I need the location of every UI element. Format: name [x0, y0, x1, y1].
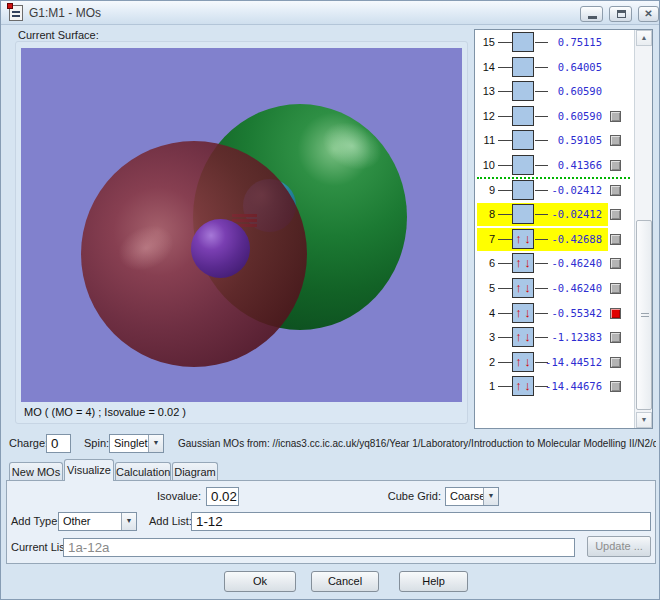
icon-line: [12, 11, 20, 13]
isovalue-input[interactable]: [206, 487, 239, 506]
spin-down-arrow: ↓: [523, 353, 532, 371]
mo-orbital-box[interactable]: ↑↓: [512, 352, 534, 372]
mo-orbital-box[interactable]: [512, 32, 534, 52]
mo-row-8[interactable]: 8-0.02412: [477, 203, 631, 226]
add-list-input[interactable]: [191, 512, 651, 531]
dropdown-arrow-button[interactable]: ▼: [483, 488, 498, 505]
update-button[interactable]: Update ...: [587, 536, 651, 557]
charge-label: Charge:: [9, 434, 48, 453]
tab-diagram[interactable]: Diagram: [172, 462, 218, 481]
dropdown-arrow-button[interactable]: ▼: [121, 513, 136, 530]
maximize-button[interactable]: [609, 6, 632, 22]
mo-number: 10: [477, 154, 495, 177]
scroll-up-icon[interactable]: ▲: [636, 30, 652, 46]
mo-orbital-box[interactable]: ↑↓: [512, 253, 534, 273]
mo-row-6[interactable]: 6↑↓-0.46240: [477, 252, 631, 275]
add-list-label: Add List:: [149, 512, 192, 531]
dropdown-arrow-button[interactable]: ▼: [148, 435, 163, 452]
spin-up-arrow: ↑: [514, 377, 523, 395]
mo-orbital-box[interactable]: ↑↓: [512, 327, 534, 347]
mo-row-1[interactable]: 1↑↓-14.44676: [477, 375, 631, 398]
mo-energy-value: 0.64005: [537, 56, 602, 79]
mo-orbital-box[interactable]: [512, 57, 534, 77]
add-type-dropdown[interactable]: Other ▼: [58, 512, 137, 531]
charge-input[interactable]: [46, 434, 71, 453]
mo-number: 4: [477, 302, 495, 325]
mo-level-line: [498, 140, 512, 141]
mo-3d-viewport[interactable]: [21, 48, 462, 402]
title-bar[interactable]: G1:M1 - MOs ✕: [1, 1, 659, 25]
spin-down-arrow: ↓: [523, 377, 532, 395]
cancel-button[interactable]: Cancel: [311, 571, 379, 592]
minimize-icon: [588, 16, 597, 19]
mo-row-9[interactable]: 9-0.02412: [477, 179, 631, 202]
mo-select-checkbox[interactable]: [610, 135, 621, 146]
mo-list: 150.75115140.64005130.60590120.60590110.…: [474, 29, 653, 429]
spin-up-arrow: ↑: [514, 304, 523, 322]
spin-dropdown[interactable]: Singlet ▼: [109, 434, 164, 453]
mo-select-checkbox[interactable]: [610, 209, 621, 220]
mo-row-4[interactable]: 4↑↓-0.55342: [477, 302, 631, 325]
mo-select-checkbox[interactable]: [610, 332, 621, 343]
mo-orbital-box[interactable]: [512, 130, 534, 150]
mo-row-7[interactable]: 7↑↓-0.42688: [477, 228, 631, 251]
scroll-down-icon[interactable]: ▼: [636, 412, 652, 428]
mo-list-scrollbar[interactable]: ▲ ▼: [634, 30, 652, 428]
mo-select-checkbox[interactable]: [610, 185, 621, 196]
mo-row-15[interactable]: 150.75115: [477, 31, 631, 54]
mo-orbital-box[interactable]: ↑↓: [512, 229, 534, 249]
chevron-down-icon: ▼: [126, 517, 133, 524]
mo-orbital-box[interactable]: ↑↓: [512, 278, 534, 298]
mo-select-checkbox[interactable]: [610, 160, 621, 171]
spin-down-arrow: ↓: [523, 254, 532, 272]
spin-up-arrow: ↑: [514, 328, 523, 346]
mo-orbital-box[interactable]: [512, 106, 534, 126]
mo-select-checkbox[interactable]: [610, 258, 621, 269]
spin-down-arrow: ↓: [523, 328, 532, 346]
mo-level-line: [498, 42, 512, 43]
help-button[interactable]: Help: [399, 571, 468, 592]
mo-orbital-box[interactable]: [512, 155, 534, 175]
mo-select-checkbox[interactable]: [610, 381, 621, 392]
minimize-button[interactable]: [580, 6, 603, 22]
mo-orbital-box[interactable]: ↑↓: [512, 303, 534, 323]
mo-orbital-box[interactable]: [512, 204, 534, 224]
mo-level-line: [498, 239, 512, 240]
mo-energy-value: -14.44512: [537, 351, 602, 374]
scrollbar-thumb[interactable]: [636, 220, 652, 410]
mo-select-checkbox[interactable]: [610, 283, 621, 294]
tab-new-mos[interactable]: New MOs: [9, 462, 63, 481]
mo-row-3[interactable]: 3↑↓-1.12383: [477, 326, 631, 349]
mo-orbital-box[interactable]: [512, 81, 534, 101]
mo-energy-value: 0.59105: [537, 129, 602, 152]
icon-red-corner: [7, 3, 13, 9]
mo-select-checkbox[interactable]: [610, 111, 621, 122]
mo-level-line: [498, 214, 512, 215]
mo-level-line: [498, 91, 512, 92]
mo-row-2[interactable]: 2↑↓-14.44512: [477, 351, 631, 374]
mo-select-checkbox[interactable]: [610, 234, 621, 245]
current-list-input[interactable]: [63, 538, 575, 557]
mo-row-13[interactable]: 130.60590: [477, 80, 631, 103]
mo-row-10[interactable]: 100.41366: [477, 154, 631, 177]
mo-number: 9: [477, 179, 495, 202]
mo-row-14[interactable]: 140.64005: [477, 56, 631, 79]
nitrogen-atom-front: [191, 219, 250, 278]
cube-grid-value: Coarse: [450, 488, 485, 505]
mo-number: 15: [477, 31, 495, 54]
mo-orbital-box[interactable]: ↑↓: [512, 376, 534, 396]
mo-row-12[interactable]: 120.60590: [477, 105, 631, 128]
mo-row-5[interactable]: 5↑↓-0.46240: [477, 277, 631, 300]
mo-level-line: [498, 288, 512, 289]
mo-select-checkbox[interactable]: [610, 357, 621, 368]
spin-label: Spin:: [84, 434, 109, 453]
tab-calculation[interactable]: Calculation: [115, 462, 171, 481]
mo-row-11[interactable]: 110.59105: [477, 129, 631, 152]
mo-orbital-box[interactable]: [512, 180, 534, 200]
mo-select-checkbox[interactable]: [610, 308, 621, 319]
ok-button[interactable]: Ok: [224, 571, 296, 592]
close-button[interactable]: ✕: [638, 6, 659, 22]
cube-grid-label: Cube Grid:: [361, 487, 441, 506]
cube-grid-dropdown[interactable]: Coarse ▼: [445, 487, 499, 506]
tab-visualize[interactable]: Visualize: [64, 459, 114, 481]
